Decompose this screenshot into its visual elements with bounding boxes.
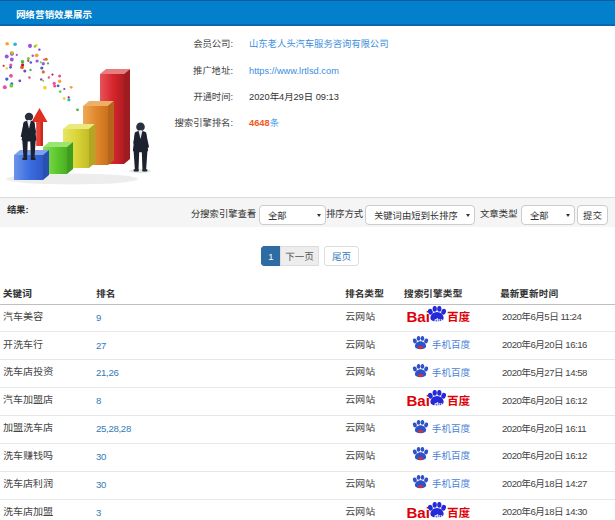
svg-text:du: du (434, 401, 442, 408)
svg-text:百度: 百度 (447, 392, 470, 408)
svg-text:Bai: Bai (407, 308, 430, 325)
svg-text:百度: 百度 (447, 309, 470, 325)
svg-text:百度: 百度 (447, 504, 470, 520)
svg-text:手机百度: 手机百度 (432, 421, 471, 435)
svg-text:du: du (434, 512, 442, 519)
svg-text:Bai: Bai (407, 503, 430, 520)
svg-text:手机百度: 手机百度 (432, 476, 471, 490)
svg-text:手机百度: 手机百度 (432, 365, 471, 379)
svg-text:手机百度: 手机百度 (432, 337, 471, 351)
svg-text:du: du (434, 317, 442, 324)
svg-text:手机百度: 手机百度 (432, 448, 471, 462)
svg-text:Bai: Bai (407, 392, 430, 409)
